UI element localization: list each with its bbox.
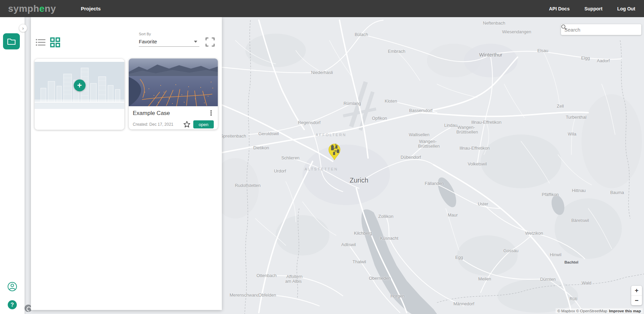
search-icon: [561, 24, 567, 30]
example-case-body: Example Case Created: Dec 17, 2021 open: [129, 106, 218, 128]
sort-by-value: Favorite: [139, 39, 157, 44]
zoom-out-button[interactable]: −: [631, 296, 642, 306]
nav-api-docs[interactable]: API Docs: [549, 6, 569, 11]
example-case-thumbnail[interactable]: [129, 58, 218, 106]
folder-icon: [7, 38, 16, 45]
help-icon[interactable]: ?: [8, 300, 17, 309]
nav-support[interactable]: Support: [585, 6, 603, 11]
top-nav-bar: sympheny Projects API Docs Support Log O…: [0, 0, 644, 17]
projects-folder-button[interactable]: [3, 33, 20, 49]
rail-bottom-icons: ?: [0, 282, 25, 309]
new-project-thumbnail: +: [35, 62, 124, 109]
fullscreen-icon[interactable]: [205, 37, 215, 47]
nav-right-group: API Docs Support Log Out: [549, 6, 635, 11]
sympheny-logo[interactable]: sympheny: [8, 3, 56, 14]
attribution-text: © Mapbox © OpenStreetMap: [557, 309, 607, 313]
grid-view-icon[interactable]: [50, 37, 60, 47]
account-icon[interactable]: [7, 282, 17, 291]
nav-log-out[interactable]: Log Out: [617, 6, 635, 11]
sort-by-select[interactable]: Sort By Favorite: [139, 32, 199, 47]
project-card-example-case: Example Case Created: Dec 17, 2021 open: [129, 58, 218, 129]
sort-by-label: Sort By: [139, 32, 199, 36]
new-project-card[interactable]: +: [35, 59, 124, 130]
logo-accent-letter: e: [39, 3, 45, 14]
map-zoom-control: + −: [631, 286, 642, 305]
panel-header: Sort By Favorite: [31, 17, 222, 51]
zoom-in-button[interactable]: +: [631, 286, 642, 296]
logo-text: symph: [8, 3, 39, 14]
favorite-star-icon[interactable]: [183, 120, 191, 128]
logo-text-end: ny: [45, 3, 56, 14]
collapse-chevron-button[interactable]: ›: [19, 24, 27, 32]
add-project-button[interactable]: +: [74, 80, 85, 91]
nav-projects[interactable]: Projects: [81, 6, 101, 11]
project-location-marker[interactable]: [324, 139, 345, 163]
left-sidebar: ?: [0, 17, 25, 314]
open-project-button[interactable]: open: [193, 120, 214, 128]
card-menu-icon[interactable]: [208, 110, 214, 116]
improve-map-link[interactable]: Improve this map: [609, 309, 641, 313]
dropdown-arrow-icon: [194, 41, 197, 43]
map-attribution: © Mapbox © OpenStreetMap Improve this ma…: [556, 308, 643, 313]
search-input[interactable]: [564, 27, 625, 33]
project-title: Example Case: [133, 110, 170, 117]
map-search[interactable]: [561, 24, 641, 35]
list-view-icon[interactable]: [36, 38, 46, 47]
projects-panel: Sort By Favorite: [31, 17, 222, 310]
project-created-date: Created: Dec 17, 2021: [133, 122, 183, 127]
